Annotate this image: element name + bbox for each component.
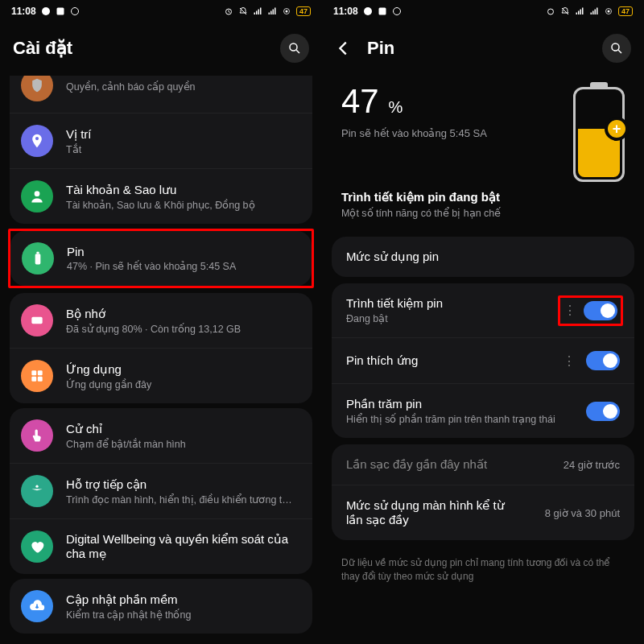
location-icon xyxy=(21,125,53,157)
svg-rect-19 xyxy=(378,8,386,15)
svg-point-0 xyxy=(42,7,50,15)
heart-icon xyxy=(21,530,53,563)
battery-icon xyxy=(22,242,54,275)
svg-rect-14 xyxy=(38,370,43,375)
battery-header: Pin xyxy=(322,23,644,71)
svg-point-5 xyxy=(285,10,287,13)
gallery-icon xyxy=(56,6,65,16)
svg-rect-1 xyxy=(56,8,64,15)
svg-point-25 xyxy=(612,43,619,51)
messenger-icon xyxy=(363,6,373,16)
signal-icon xyxy=(253,6,262,16)
settings-row-storage[interactable]: Bộ nhớ Đã sử dụng 80% · Còn trống 13,12 … xyxy=(10,293,312,349)
page-title: Pin xyxy=(367,38,588,59)
row-screen-usage: Mức sử dụng màn hình kể từ lần sạc đầy 8… xyxy=(332,485,634,540)
battery-percentage: 47 % xyxy=(341,82,557,121)
row-title: Vị trí xyxy=(66,127,299,142)
person-icon xyxy=(21,180,53,213)
highlight-battery-row: Pin 47% · Pin sẽ hết vào khoảng 5:45 SA xyxy=(8,229,314,288)
touch-icon xyxy=(21,419,53,452)
apps-icon xyxy=(21,360,53,392)
svg-rect-11 xyxy=(36,252,39,254)
settings-group-4: Cập nhật phần mềm Kiểm tra cập nhật hệ t… xyxy=(10,579,312,634)
svg-rect-10 xyxy=(35,254,41,264)
settings-header: Cài đặt xyxy=(0,23,322,71)
battery-summary: 47 % Pin sẽ hết vào khoảng 5:45 SA + xyxy=(322,71,644,190)
page-title: Cài đặt xyxy=(13,38,266,59)
settings-row-location[interactable]: Vị trí Tắt xyxy=(10,114,312,169)
settings-row-privacy[interactable]: Quyền, cảnh báo cấp quyền xyxy=(10,76,312,114)
status-time: 11:08 xyxy=(333,6,358,17)
circle-icon xyxy=(392,6,402,16)
svg-rect-13 xyxy=(31,370,36,375)
row-last-full-charge: Lần sạc đầy gần đây nhất 24 giờ trước xyxy=(332,444,634,485)
svg-point-20 xyxy=(393,8,400,15)
storage-icon xyxy=(21,304,53,336)
svg-point-21 xyxy=(547,9,553,14)
svg-point-18 xyxy=(364,7,372,15)
svg-rect-15 xyxy=(31,377,36,382)
svg-line-26 xyxy=(618,50,621,53)
search-icon xyxy=(609,41,624,56)
row-battery-percent[interactable]: Phần trăm pin Hiển thị số phần trăm pin … xyxy=(332,384,634,438)
settings-row-wellbeing[interactable]: Digital Wellbeing và quyền kiểm soát của… xyxy=(10,519,312,574)
search-button[interactable] xyxy=(280,34,309,63)
signal-icon xyxy=(575,6,584,16)
row-battery-saver[interactable]: Trình tiết kiệm pin Đang bật ⋮ xyxy=(332,283,634,338)
status-battery-icon: 47 xyxy=(296,6,311,16)
mute-icon xyxy=(560,6,570,16)
svg-point-17 xyxy=(35,485,38,488)
settings-screen: 11:08 47 Cài đặt Quyền, cảnh báo cấp quy… xyxy=(0,0,322,644)
svg-rect-16 xyxy=(38,377,43,382)
mute-icon xyxy=(238,6,248,16)
settings-row-accessibility[interactable]: Hỗ trợ tiếp cận Trình đọc màn hình, hiển… xyxy=(10,464,312,519)
settings-row-apps[interactable]: Ứng dụng Ứng dụng gần đây xyxy=(10,349,312,403)
saver-toggle[interactable] xyxy=(584,301,617,320)
settings-group-3: Cử chỉ Chạm để bật/tắt màn hình Hỗ trợ t… xyxy=(10,408,312,574)
alarm-icon xyxy=(224,6,233,16)
gallery-icon xyxy=(378,6,387,16)
adaptive-toggle[interactable] xyxy=(586,351,620,370)
highlight-saver-toggle: ⋮ xyxy=(558,295,623,326)
row-adaptive-battery[interactable]: Pin thích ứng ⋮ xyxy=(332,338,634,384)
search-button[interactable] xyxy=(602,34,631,63)
row-sub: Tắt xyxy=(66,143,299,155)
status-bar-r: 11:08 47 xyxy=(322,0,644,23)
settings-group-1: Quyền, cảnh báo cấp quyền Vị trí Tắt Tài… xyxy=(10,76,312,224)
svg-line-8 xyxy=(296,50,299,53)
battery-usage-link[interactable]: Mức sử dụng pin xyxy=(332,237,634,277)
svg-point-7 xyxy=(290,43,297,51)
signal2-icon xyxy=(267,6,277,16)
search-icon xyxy=(287,41,302,56)
settings-row-accounts[interactable]: Tài khoản & Sao lưu Tài khoản, Sao lưu &… xyxy=(10,169,312,224)
back-button[interactable] xyxy=(335,39,353,57)
percent-toggle[interactable] xyxy=(586,402,620,421)
accessibility-icon xyxy=(21,475,53,507)
status-battery-icon: 47 xyxy=(618,6,633,16)
battery-estimate: Pin sẽ hết vào khoảng 5:45 SA xyxy=(341,127,557,139)
signal2-icon xyxy=(589,6,599,16)
more-icon[interactable]: ⋮ xyxy=(564,303,576,318)
hotspot-icon xyxy=(604,6,613,16)
saver-notice: Trình tiết kiệm pin đang bật Một số tính… xyxy=(322,190,644,230)
status-time: 11:08 xyxy=(11,6,36,17)
svg-point-9 xyxy=(35,191,40,196)
alarm-icon xyxy=(546,6,555,16)
privacy-icon xyxy=(21,76,53,101)
footnote: Dữ liệu về mức sử dụng pin chỉ mang tính… xyxy=(322,547,644,594)
more-icon[interactable]: ⋮ xyxy=(563,353,575,369)
battery-saver-badge-icon: + xyxy=(605,117,629,141)
settings-group-2: Bộ nhớ Đã sử dụng 80% · Còn trống 13,12 … xyxy=(10,293,312,403)
options-card: Trình tiết kiệm pin Đang bật ⋮ Pin thích… xyxy=(332,283,634,438)
settings-row-update[interactable]: Cập nhật phần mềm Kiểm tra cập nhật hệ t… xyxy=(10,579,312,634)
messenger-icon xyxy=(41,6,51,16)
usage-card: Mức sử dụng pin xyxy=(332,237,634,277)
settings-row-gesture[interactable]: Cử chỉ Chạm để bật/tắt màn hình xyxy=(10,408,312,464)
status-bar: 11:08 47 xyxy=(0,0,322,23)
settings-row-battery[interactable]: Pin 47% · Pin sẽ hết vào khoảng 5:45 SA xyxy=(10,231,312,286)
battery-illustration: + xyxy=(573,87,625,182)
circle-icon xyxy=(70,6,80,16)
info-card: Lần sạc đầy gần đây nhất 24 giờ trước Mứ… xyxy=(332,444,634,540)
battery-screen: 11:08 47 Pin 47 % Pin sẽ hết vào khoản xyxy=(322,0,644,644)
hotspot-icon xyxy=(282,6,291,16)
